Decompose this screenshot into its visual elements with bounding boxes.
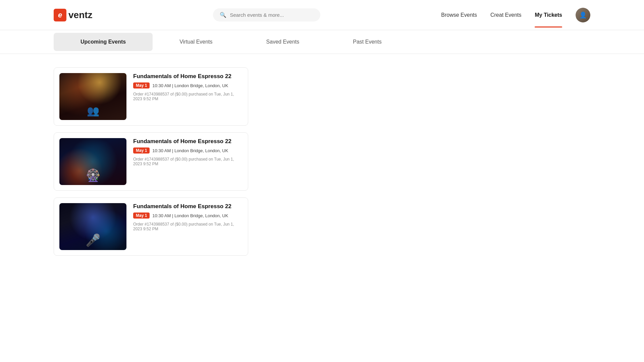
- event-info: Fundamentals of Home Espresso 22 May 1 1…: [133, 73, 243, 101]
- event-order: Order #1743988537 of ($0.00) purchased o…: [133, 222, 243, 231]
- event-location: 10:30 AM | London Bridge, London, UK: [152, 148, 228, 153]
- search-bar: 🔍: [213, 8, 320, 21]
- event-card[interactable]: Fundamentals of Home Espresso 22 May 1 1…: [54, 132, 248, 191]
- event-location: 10:30 AM | London Bridge, London, UK: [152, 213, 228, 218]
- tab-upcoming-events[interactable]: Upcoming Events: [54, 33, 153, 51]
- date-badge: May 1: [133, 82, 150, 88]
- tab-past-events[interactable]: Past Events: [326, 33, 408, 51]
- event-location: 10:30 AM | London Bridge, London, UK: [152, 83, 228, 88]
- avatar-image: 👤: [576, 8, 590, 22]
- event-meta: May 1 10:30 AM | London Bridge, London, …: [133, 82, 243, 88]
- logo[interactable]: e ventz: [54, 9, 93, 21]
- event-title: Fundamentals of Home Espresso 22: [133, 73, 243, 80]
- event-meta: May 1 10:30 AM | London Bridge, London, …: [133, 147, 243, 154]
- tab-virtual-events[interactable]: Virtual Events: [153, 33, 239, 51]
- event-thumbnail: [59, 138, 126, 185]
- event-card[interactable]: Fundamentals of Home Espresso 22 May 1 1…: [54, 67, 248, 126]
- header: e ventz 🔍 Browse Events Creat Events My …: [0, 0, 644, 30]
- events-list: Fundamentals of Home Espresso 22 May 1 1…: [54, 67, 248, 256]
- event-title: Fundamentals of Home Espresso 22: [133, 138, 243, 145]
- event-thumbnail: [59, 203, 126, 250]
- avatar[interactable]: 👤: [576, 8, 590, 22]
- tabs-bar: Upcoming Events Virtual Events Saved Eve…: [0, 30, 644, 54]
- date-badge: May 1: [133, 213, 150, 219]
- search-icon: 🔍: [220, 12, 226, 18]
- logo-letter: e: [58, 11, 62, 19]
- my-tickets-link[interactable]: My Tickets: [535, 12, 562, 18]
- event-info: Fundamentals of Home Espresso 22 May 1 1…: [133, 203, 243, 231]
- event-meta: May 1 10:30 AM | London Bridge, London, …: [133, 213, 243, 219]
- event-card[interactable]: Fundamentals of Home Espresso 22 May 1 1…: [54, 197, 248, 256]
- create-events-link[interactable]: Creat Events: [490, 12, 521, 18]
- event-thumbnail: [59, 73, 126, 120]
- event-info: Fundamentals of Home Espresso 22 May 1 1…: [133, 138, 243, 166]
- browse-events-link[interactable]: Browse Events: [441, 12, 477, 18]
- event-order: Order #1743988537 of ($0.00) purchased o…: [133, 92, 243, 101]
- main-nav: Browse Events Creat Events My Tickets 👤: [441, 8, 590, 22]
- date-badge: May 1: [133, 147, 150, 154]
- tab-saved-events[interactable]: Saved Events: [239, 33, 326, 51]
- event-title: Fundamentals of Home Espresso 22: [133, 203, 243, 210]
- main-content: Fundamentals of Home Espresso 22 May 1 1…: [0, 54, 644, 269]
- search-input[interactable]: [230, 12, 314, 18]
- event-order: Order #1743988537 of ($0.00) purchased o…: [133, 157, 243, 166]
- logo-icon: e: [54, 9, 66, 21]
- logo-text: ventz: [68, 10, 93, 20]
